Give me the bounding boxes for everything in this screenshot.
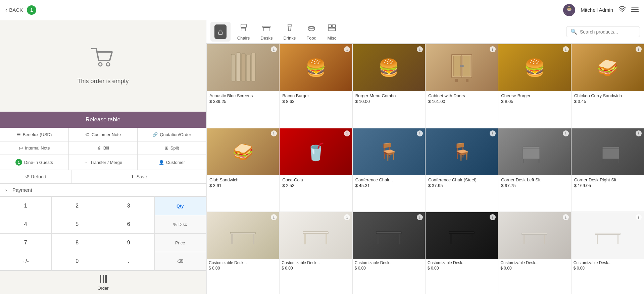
payment-row[interactable]: › Payment (0, 183, 206, 196)
product-info-icon[interactable]: ℹ (417, 46, 423, 52)
svg-rect-64 (472, 234, 473, 244)
transfer-merge-button[interactable]: → Transfer / Merge (69, 155, 138, 170)
search-input[interactable] (580, 29, 634, 35)
product-desk-4[interactable]: ℹ Customizable Desk... $ 0.00 (425, 212, 498, 294)
product-chicken-curry-sandwich[interactable]: 🥪 ℹ Chicken Curry Sandwich $ 3.45 (571, 44, 644, 128)
numpad-5[interactable]: 5 (52, 215, 103, 234)
product-conference-chair[interactable]: 🪑 ℹ Conference Chair... $ 45.31 (352, 128, 425, 212)
dine-in-button[interactable]: 1 Dine-in Guests (0, 155, 69, 170)
product-acoustic-bloc-screens[interactable]: ℹ Acoustic Bloc Screens $ 339.25 (206, 44, 279, 128)
product-image: ℹ (498, 212, 571, 259)
product-conference-chair-steel[interactable]: 🪑 ℹ Conference Chair (Steel) $ 37.95 (425, 128, 498, 212)
numpad-4[interactable]: 4 (0, 215, 52, 234)
product-info-icon[interactable]: ℹ (344, 130, 350, 136)
numpad-2[interactable]: 2 (52, 197, 103, 215)
product-info-icon[interactable]: ℹ (271, 130, 277, 136)
product-desk-5[interactable]: ℹ Customizable Desk... $ 0.00 (498, 212, 571, 294)
product-desk-2[interactable]: ℹ Customizable Desk... $ 0.00 (279, 212, 352, 294)
topbar-left: ‹ BACK 1 (5, 5, 36, 15)
numpad-1[interactable]: 1 (0, 197, 52, 215)
product-price: $ 3.45 (572, 99, 644, 107)
svg-rect-18 (105, 275, 107, 283)
product-info-icon[interactable]: ℹ (563, 130, 569, 136)
product-cabinet-with-doors[interactable]: ℹ Cabinet with Doors $ 161.00 (425, 44, 498, 128)
split-tab[interactable]: ⊞ Split (138, 141, 206, 155)
numpad-disc[interactable]: % Disc (155, 215, 206, 234)
product-desk-6[interactable]: ℹ Customizable Desk... $ 0.00 (571, 212, 644, 294)
product-price: $ 0.00 (572, 266, 644, 273)
internal-note-tab[interactable]: 🏷 Internal Note (0, 141, 69, 155)
desks-icon (262, 23, 271, 34)
svg-rect-61 (399, 234, 400, 244)
numpad-price[interactable]: Price (155, 234, 206, 252)
category-desks[interactable]: Desks (256, 20, 277, 43)
product-info-icon[interactable]: ℹ (563, 214, 569, 220)
svg-point-26 (308, 27, 315, 31)
product-info-icon[interactable]: ℹ (636, 46, 642, 52)
product-coca-cola[interactable]: 🥤 ℹ Coca-Cola $ 2.53 (279, 128, 352, 212)
product-burger-menu-combo[interactable]: 🍔 ℹ Burger Menu Combo $ 10.00 (352, 44, 425, 128)
category-misc[interactable]: Misc (323, 20, 341, 43)
food-icon (307, 23, 316, 34)
product-corner-desk-right[interactable]: ℹ Corner Desk Right Sit $ 169.05 (571, 128, 644, 212)
tag-icon: 🏷 (85, 132, 90, 137)
product-name: Customizable Desk... (498, 259, 571, 266)
numpad-8[interactable]: 8 (52, 234, 103, 252)
drinks-icon (285, 23, 294, 34)
save-button[interactable]: ⬆ Save (71, 170, 206, 183)
product-info-icon[interactable]: ℹ (344, 214, 350, 220)
numpad-3[interactable]: 3 (103, 197, 155, 215)
payment-label: Payment (12, 187, 32, 193)
avatar (563, 4, 575, 16)
hamburger-menu-icon[interactable] (631, 6, 639, 14)
numpad-dot[interactable]: . (103, 252, 155, 271)
product-name: Club Sandwich (207, 175, 279, 183)
product-info-icon[interactable]: ℹ (636, 130, 642, 136)
quotation-tab[interactable]: 🔗 Quotation/Order (138, 128, 206, 141)
customer-button[interactable]: 👤 Customer (138, 155, 206, 170)
numpad-7[interactable]: 7 (0, 234, 52, 252)
category-home[interactable]: ⌂ (210, 22, 231, 42)
svg-rect-16 (102, 275, 102, 283)
product-corner-desk-left[interactable]: ℹ Corner Desk Left Sit $ 97.75 (498, 128, 571, 212)
search-bar[interactable]: 🔍 (566, 26, 640, 37)
release-table-bar[interactable]: Release table (0, 112, 206, 128)
product-price: $ 0.00 (353, 266, 425, 273)
category-food[interactable]: Food (302, 20, 320, 43)
product-info-icon[interactable]: ℹ (344, 46, 350, 52)
product-bacon-burger[interactable]: 🍔 ℹ Bacon Burger $ 8.63 (279, 44, 352, 128)
product-info-icon[interactable]: ℹ (490, 130, 496, 136)
benelux-tab[interactable]: ☰ Benelux (USD) (0, 128, 69, 141)
numpad-0[interactable]: 0 (52, 252, 103, 271)
numpad-9[interactable]: 9 (103, 234, 155, 252)
svg-rect-38 (453, 56, 461, 76)
svg-rect-65 (522, 233, 547, 235)
category-drinks[interactable]: Drinks (279, 20, 300, 43)
bottom-order-area[interactable]: Order (0, 271, 206, 294)
numpad-6[interactable]: 6 (103, 215, 155, 234)
back-button[interactable]: ‹ BACK (5, 7, 23, 13)
customer-note-tab[interactable]: 🏷 Customer Note (69, 128, 138, 141)
product-desk-3[interactable]: ℹ Customizable Desk... $ 0.00 (352, 212, 425, 294)
svg-rect-53 (230, 232, 255, 234)
svg-rect-68 (595, 233, 620, 235)
product-club-sandwich[interactable]: 🥪 ℹ Club Sandwich $ 3.91 (206, 128, 279, 212)
payment-chevron-icon[interactable]: › (5, 187, 7, 193)
bill-icon: 🖨 (97, 145, 101, 151)
tabs-row-2: 🏷 Internal Note 🖨 Bill ⊞ Split (0, 141, 206, 155)
svg-rect-48 (538, 159, 540, 163)
refund-button[interactable]: ↺ Refund (0, 170, 71, 183)
order-empty-area: This order is empty (0, 20, 206, 112)
bill-tab[interactable]: 🖨 Bill (69, 141, 138, 155)
link-icon: 🔗 (152, 132, 158, 137)
product-info-icon[interactable]: ℹ (563, 46, 569, 52)
product-name: Customizable Desk... (207, 259, 279, 266)
product-desk-1[interactable]: ℹ Customizable Desk... $ 0.00 (206, 212, 279, 294)
product-image: ℹ (572, 128, 644, 175)
category-chairs[interactable]: Chairs (233, 20, 254, 43)
product-info-icon[interactable]: ℹ (417, 130, 423, 136)
numpad-backspace[interactable]: ⌫ (155, 252, 206, 271)
product-cheese-burger[interactable]: 🍔 ℹ Cheese Burger $ 8.05 (498, 44, 571, 128)
numpad-qty[interactable]: Qty (155, 197, 206, 215)
numpad-plusminus[interactable]: +/- (0, 252, 52, 271)
